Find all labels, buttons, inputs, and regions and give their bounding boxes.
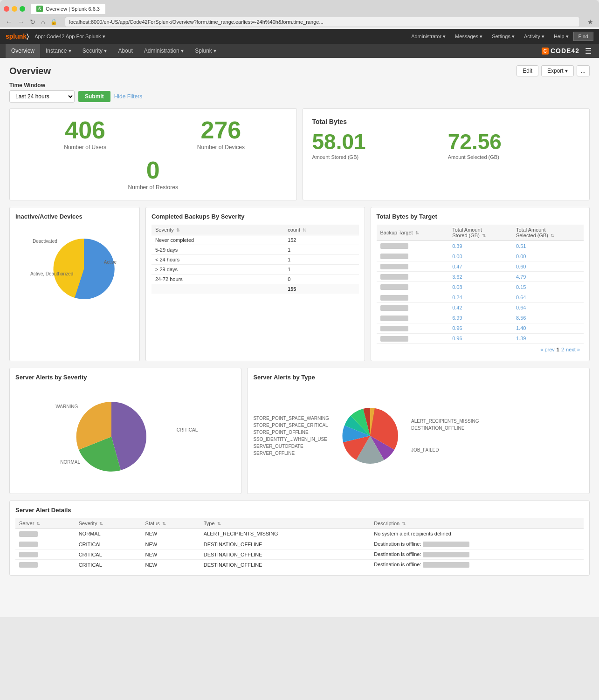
count-cell: 1 — [284, 255, 358, 265]
browser-tab[interactable]: S Overview | Splunk 6.6.3 — [31, 4, 105, 14]
table-row: 0.240.64 — [377, 292, 584, 302]
more-button[interactable]: ... — [577, 65, 590, 76]
restores-label: Number of Restores — [19, 184, 287, 191]
hamburger-button[interactable]: ☰ — [583, 45, 593, 57]
page-title: Overview — [9, 66, 516, 76]
page-2-link[interactable]: 2 — [561, 347, 564, 352]
restores-number: 0 — [19, 158, 287, 182]
blurred-target — [380, 336, 408, 342]
nav-about[interactable]: About — [112, 44, 138, 58]
alerts-severity-title: Server Alerts by Severity — [15, 374, 235, 381]
topnav-administrator[interactable]: Administrator ▾ — [406, 29, 450, 44]
stored-cell: 0.08 — [448, 282, 512, 292]
time-range-select[interactable]: Last 24 hours — [9, 90, 75, 103]
edit-button[interactable]: Edit — [516, 65, 538, 76]
users-label: Number of Users — [19, 144, 151, 151]
deactivated-label: Deactivated — [33, 239, 57, 244]
alerts-type-pie-wrapper — [333, 398, 407, 474]
severity-cell: > 29 days — [151, 265, 284, 275]
maximize-button[interactable] — [20, 6, 25, 12]
status-cell: NEW — [142, 539, 200, 549]
normal-legend-label: NORMAL — [60, 460, 80, 465]
blurred-server-3 — [19, 562, 38, 568]
home-button[interactable]: ⌂ — [39, 17, 47, 27]
status-cell: NEW — [142, 528, 200, 539]
stored-stat: 58.01 Amount Stored (GB) — [312, 131, 444, 160]
prev-page-link[interactable]: « prev — [540, 347, 555, 352]
description-col-header: Description ⇅ — [370, 518, 584, 529]
selected-col-header: Total AmountSelected (GB) ⇅ — [512, 225, 584, 241]
type-col-header: Type ⇅ — [200, 518, 371, 529]
time-window-section: Time Window Last 24 hours Submit Hide Fi… — [9, 82, 590, 103]
users-number: 406 — [19, 118, 151, 142]
submit-button[interactable]: Submit — [78, 91, 110, 102]
charts-row-1: Inactive/Active Devices — [9, 207, 590, 361]
alerts-type-panel: Server Alerts by Type STORE_POINT_SPACE_… — [247, 368, 590, 494]
nav-administration[interactable]: Administration ▾ — [138, 44, 189, 58]
bytes-target-title: Total Bytes by Target — [377, 213, 584, 220]
selected-cell: 1.40 — [512, 323, 584, 333]
close-button[interactable] — [4, 6, 9, 12]
refresh-button[interactable]: ↻ — [28, 17, 37, 27]
table-row: 0.080.15 — [377, 282, 584, 292]
minimize-button[interactable] — [12, 6, 17, 12]
selected-cell: 0.64 — [512, 292, 584, 302]
nav-security[interactable]: Security ▾ — [77, 44, 113, 58]
inactive-active-title: Inactive/Active Devices — [15, 213, 134, 220]
find-button[interactable]: Find — [573, 32, 593, 41]
export-button[interactable]: Export ▾ — [541, 65, 574, 76]
type-cell: DESTINATION_OFFLINE — [200, 560, 371, 570]
list-item: > 29 days1 — [151, 265, 359, 275]
hide-filters-link[interactable]: Hide Filters — [114, 93, 143, 100]
devices-label: Number of Devices — [155, 144, 287, 151]
active-label: Active — [104, 260, 117, 265]
nav-splunk[interactable]: Splunk ▾ — [189, 44, 222, 58]
legend-job-failed: JOB_FAILED — [411, 447, 479, 453]
address-bar[interactable] — [65, 17, 580, 27]
server-cell — [15, 549, 75, 560]
stored-cell: 0.96 — [448, 333, 512, 343]
topnav-help[interactable]: Help ▾ — [549, 29, 573, 44]
table-row: 0.390.51 — [377, 241, 584, 251]
forward-button[interactable]: → — [16, 17, 26, 27]
alerts-type-title: Server Alerts by Type — [253, 374, 584, 381]
table-row: 0.961.39 — [377, 333, 584, 343]
legend-store-offline: STORE_POINT_OFFLINE — [253, 430, 329, 435]
completed-backups-title: Completed Backups By Severity — [151, 213, 359, 220]
target-cell — [377, 261, 449, 272]
nav-instance[interactable]: Instance ▾ — [40, 44, 77, 58]
next-page-link[interactable]: next » — [566, 347, 580, 352]
selected-cell: 0.60 — [512, 261, 584, 272]
selected-cell: 4.79 — [512, 272, 584, 282]
table-row: CRITICALNEWDESTINATION_OFFLINEDestinatio… — [15, 539, 584, 549]
description-cell: Destination is offline: — [370, 549, 584, 560]
count-cell: 1 — [284, 265, 358, 275]
alerts-row: Server Alerts by Severity — [9, 368, 590, 494]
stats-panel-right: Total Bytes 58.01 Amount Stored (GB) 72.… — [303, 108, 590, 200]
topnav-activity[interactable]: Activity ▾ — [519, 29, 549, 44]
blurred-server-1 — [19, 542, 38, 547]
stored-number: 58.01 — [312, 131, 444, 152]
page-1[interactable]: 1 — [557, 347, 559, 352]
app-name-label[interactable]: App: Code42 App For Splunk ▾ — [34, 34, 406, 40]
back-button[interactable]: ← — [4, 17, 14, 27]
stored-cell: 0.42 — [448, 302, 512, 313]
server-cell — [15, 539, 75, 549]
stored-cell: 0.00 — [448, 251, 512, 261]
blurred-server-0 — [19, 531, 38, 537]
selected-cell: 0.00 — [512, 251, 584, 261]
topnav-messages[interactable]: Messages ▾ — [450, 29, 487, 44]
nav-overview[interactable]: Overview — [6, 44, 40, 58]
topnav-settings[interactable]: Settings ▾ — [487, 29, 519, 44]
severity-cell: CRITICAL — [75, 539, 142, 549]
table-row: 0.470.60 — [377, 261, 584, 272]
target-cell — [377, 302, 449, 313]
bookmark-button[interactable]: ★ — [585, 17, 595, 27]
severity-cell: CRITICAL — [75, 560, 142, 570]
server-alert-details-table: Server ⇅ Severity ⇅ Status ⇅ Type ⇅ Desc… — [15, 518, 584, 570]
blurred-target — [380, 295, 408, 301]
server-cell — [15, 528, 75, 539]
list-item: 24-72 hours0 — [151, 275, 359, 284]
bytes-target-pagination: « prev 1 2 next » — [377, 343, 584, 355]
blurred-target — [380, 284, 408, 290]
